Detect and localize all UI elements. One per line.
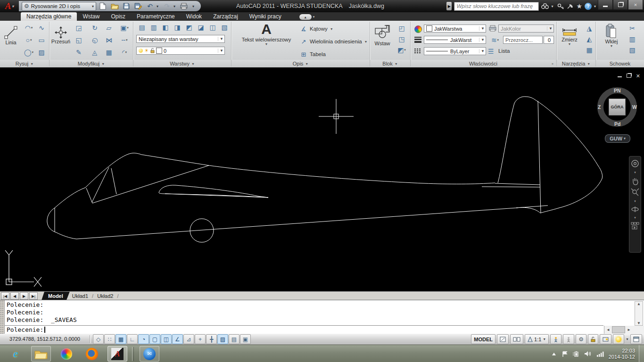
scroll-up-arrow[interactable]: ▲ <box>638 302 640 306</box>
overlap-order-button[interactable]: ▣▾ <box>116 23 132 33</box>
layer-unisolate-button[interactable]: ◨ <box>172 22 183 33</box>
search-binoculars-icon[interactable] <box>541 3 549 9</box>
layer-lock-button[interactable]: ◫ <box>207 22 218 33</box>
layer-walk-button[interactable]: ▧ <box>219 22 230 33</box>
panel-label-narzedzia[interactable]: Narzędzia▼ <box>557 60 595 67</box>
taskbar-clock[interactable]: 22:03 2014-10-12 <box>609 348 635 360</box>
chevron-down-icon[interactable]: ▾ <box>634 216 636 219</box>
copy-button[interactable]: ◲ <box>72 23 85 33</box>
linetype-dropdown[interactable]: ByLayer ▼ <box>424 47 486 55</box>
3d-object-snap-toggle[interactable]: ◫ <box>161 334 172 344</box>
redo-dropdown-caret[interactable]: ▾ <box>173 4 177 8</box>
isolate-objects-button[interactable] <box>613 334 624 344</box>
status-bar-menu-button[interactable] <box>600 334 611 344</box>
list-button[interactable]: ☰ <box>488 46 494 57</box>
lineweight-display-toggle[interactable]: ╋ <box>206 334 217 344</box>
table-button[interactable]: ⊞ Tabela <box>300 49 368 60</box>
measure-button[interactable]: Zmierz ▼ <box>558 23 581 58</box>
taskbar-thunderbird-button[interactable]: ✉ <box>140 346 159 362</box>
ribbon-tab-opisz[interactable]: Opisz <box>105 12 131 21</box>
polyline-button[interactable]: ∿ <box>36 23 47 33</box>
transparency-display-toggle[interactable]: ▨ <box>217 334 228 344</box>
communication-center-icon[interactable] <box>567 3 574 9</box>
layer-off-button[interactable]: ◪ <box>195 22 206 33</box>
panel-expander-icon[interactable]: » <box>552 62 553 66</box>
ribbon-tab-zarządzaj[interactable]: Zarządzaj <box>207 12 244 21</box>
ellipse-button[interactable]: ◯▾ <box>22 47 36 58</box>
layout-button[interactable] <box>497 334 509 344</box>
grid-toggle[interactable]: ▦ <box>116 334 126 344</box>
angular-dimension-button[interactable]: ∡ Kątowy ▼ <box>300 23 368 34</box>
ribbon-tab-wstaw[interactable]: Wstaw <box>77 12 105 21</box>
layer-match-button[interactable]: ▥ <box>148 22 159 33</box>
ribbon-tab-narzędzia-główne[interactable]: Narzędzia główne <box>21 12 77 21</box>
action-center-icon[interactable] <box>561 351 568 357</box>
rotate-button[interactable]: ↻ <box>88 23 101 33</box>
qat-customize-caret[interactable]: ▾ <box>192 4 196 8</box>
close-button[interactable]: × <box>628 0 643 10</box>
steering-wheel-icon[interactable] <box>631 159 639 168</box>
object-snap-toggle[interactable]: ▢ <box>149 334 160 344</box>
hidden-icons-icon[interactable] <box>551 352 557 356</box>
open-file-button[interactable] <box>109 1 120 11</box>
search-expand-button[interactable]: ▶ <box>446 2 452 10</box>
tab-model[interactable]: Model <box>41 292 70 300</box>
scroll-thumb[interactable] <box>612 326 625 333</box>
dynamic-input-toggle[interactable]: + <box>195 334 206 344</box>
polar-tracking-toggle[interactable]: ◔ <box>138 334 149 344</box>
chevron-down-icon[interactable]: ▾ <box>634 199 636 203</box>
viewcube-north[interactable]: PN <box>614 88 621 93</box>
fillet-polygon-button[interactable]: ◵ <box>88 35 101 45</box>
mirror-button[interactable]: ⋈ <box>102 35 116 45</box>
line-button[interactable]: Linia <box>1 23 21 58</box>
hatch-button[interactable]: ▨ <box>36 47 47 58</box>
tab-layout1[interactable]: Układ1 <box>66 292 95 300</box>
command-window-grip[interactable] <box>0 300 5 334</box>
save-as-button[interactable] <box>133 1 143 11</box>
taskbar-windows-explorer-button[interactable] <box>31 346 51 362</box>
command-history[interactable]: Polecenie:Polecenie:Polecenie: _SAVEAS <box>7 301 635 325</box>
save-button[interactable] <box>121 1 132 11</box>
undo-button[interactable]: ↶ <box>145 1 155 11</box>
restore-button[interactable] <box>613 0 628 10</box>
new-file-button[interactable] <box>98 1 108 11</box>
ucs-guw-button[interactable]: GUW▾ <box>605 134 630 143</box>
paste-special-button[interactable]: ▧ <box>626 45 638 55</box>
zoom-icon[interactable] <box>631 188 639 197</box>
circle-button[interactable]: ○▾ <box>22 35 36 45</box>
viewcube-south[interactable]: Pd <box>614 121 620 127</box>
drawing-minimize-button[interactable] <box>618 73 622 79</box>
ortho-mode-toggle[interactable]: ∟ <box>127 334 138 344</box>
plot-style-dropdown[interactable]: JakKolor ▼ <box>498 25 554 33</box>
model-space-button[interactable]: MODEL <box>471 334 495 344</box>
panel-label-rysuj[interactable]: Rysuj▼ <box>0 60 49 67</box>
edit-attribute-button[interactable]: ◳ <box>396 34 408 44</box>
scroll-left-arrow[interactable]: ◀ <box>604 328 612 332</box>
grid-display-toggle[interactable]: ∷ <box>104 334 115 344</box>
annotation-visibility-button[interactable] <box>550 334 561 344</box>
scroll-down-arrow[interactable]: ▼ <box>638 321 640 325</box>
toolbar-lock-button[interactable] <box>588 334 598 344</box>
fillet-button[interactable]: ◜▾ <box>116 47 132 58</box>
subscription-key-icon[interactable] <box>557 3 564 9</box>
last-layout-button[interactable]: ▶| <box>29 292 38 300</box>
paste-button[interactable]: Wklej ▼ <box>600 23 623 58</box>
panel-label-modyfikuj[interactable]: Modyfikuj▼ <box>50 60 133 67</box>
plot-button[interactable] <box>179 1 189 11</box>
help-icon[interactable]: ? <box>585 3 592 10</box>
annotation-scale-button[interactable]: 1:1▼ <box>525 334 549 344</box>
create-block-button[interactable]: ◰ <box>396 24 408 33</box>
panel-label-opis[interactable]: Opis▼ <box>231 60 370 67</box>
volume-icon[interactable] <box>584 351 592 357</box>
move-button[interactable]: Przesuń <box>50 23 71 58</box>
break-button[interactable]: ╌▾ <box>116 35 132 45</box>
taskbar-firefox-button[interactable] <box>82 346 102 362</box>
search-input[interactable] <box>454 2 539 11</box>
quick-select-button[interactable]: ◮ <box>583 24 595 33</box>
show-desktop-button[interactable] <box>639 345 644 362</box>
layer-isolate-button[interactable]: ◧ <box>160 22 171 33</box>
panel-label-blok[interactable]: Blok▼ <box>370 60 410 67</box>
ribbon-minimize-caret[interactable]: ▾ <box>313 15 315 19</box>
scale-button[interactable]: ◱ <box>72 35 85 45</box>
next-layout-button[interactable]: ▶ <box>20 292 28 300</box>
